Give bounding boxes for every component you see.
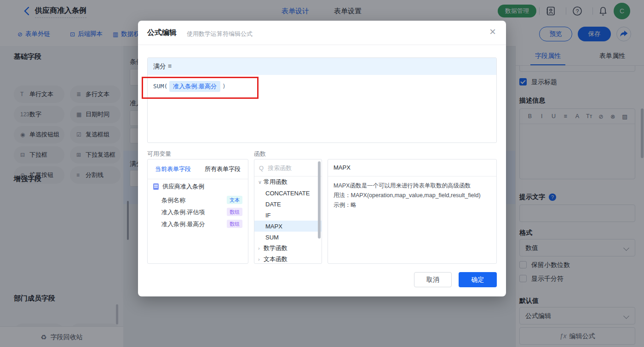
function-item[interactable]: DATE <box>254 199 322 210</box>
variable-row[interactable]: 准入条例.最高分 数组 <box>148 218 248 230</box>
variables-label: 可用变量 <box>147 150 171 158</box>
function-item-label: 数学函数 <box>264 244 288 252</box>
variable-row[interactable]: 准入条例.评估项 数组 <box>148 206 248 218</box>
form-node[interactable]: 供应商准入条例 <box>153 182 204 191</box>
functions-panel: Q 常用函数 CONCATENATE <box>254 159 322 264</box>
function-item[interactable]: IF <box>254 210 322 221</box>
formula-field-chip[interactable]: 准入条例.最高分 <box>169 81 220 92</box>
function-item[interactable]: SUM <box>254 232 322 243</box>
app-window: 供应商准入条例 表单设计 表单设置 数据管理 ? C ⊘ 表单外链 ⊡ 后端脚本 <box>0 0 644 347</box>
doc-line: 用法：MAPX(operation,map_value,map_field,re… <box>334 191 491 200</box>
confirm-button[interactable]: 确定 <box>459 272 497 287</box>
variable-label: 准入条例.最高分 <box>161 220 205 228</box>
doc-function-name: MAPX <box>328 159 496 176</box>
dialog-title: 公式编辑 <box>147 28 177 38</box>
function-doc-panel: MAPX MAPX函数是一个可以用来进行跨表单取数的高级函数用法：MAPX(op… <box>328 159 497 264</box>
function-list: 常用函数 CONCATENATE DATE IF <box>254 176 322 264</box>
function-item-label: IF <box>265 212 271 219</box>
function-item[interactable]: 数学函数 <box>254 243 322 254</box>
formula-target: 满分 = <box>148 58 496 75</box>
function-item-label: DATE <box>265 201 281 208</box>
formula-function: SUM( <box>153 83 167 90</box>
function-search[interactable]: Q <box>254 159 322 176</box>
function-item-label: 文本函数 <box>264 255 288 263</box>
formula-input-box[interactable]: 满分 = SUM(准入条例.最高分) <box>147 57 497 143</box>
tab-all-form-fields[interactable]: 所有表单字段 <box>205 159 241 179</box>
function-item[interactable]: 文本函数 <box>254 254 322 264</box>
variable-row[interactable]: 条例名称 文本 <box>148 194 248 206</box>
function-item-label: SUM <box>265 234 279 241</box>
variable-type-tag: 数组 <box>227 208 242 216</box>
dialog-subtitle: 使用数学运算符编辑公式 <box>187 30 253 38</box>
form-node-label: 供应商准入条例 <box>162 182 204 191</box>
caret-icon <box>258 245 264 251</box>
function-item-label: MAPX <box>265 223 282 230</box>
function-list-scrollbar[interactable] <box>318 161 321 239</box>
variable-label: 准入条例.评估项 <box>161 208 205 216</box>
doc-line: MAPX函数是一个可以用来进行跨表单取数的高级函数 <box>334 181 491 191</box>
form-icon <box>153 183 159 190</box>
cancel-button[interactable]: 取消 <box>414 272 452 287</box>
doc-body: MAPX函数是一个可以用来进行跨表单取数的高级函数用法：MAPX(operati… <box>328 176 496 215</box>
formula-editor-dialog: 公式编辑 使用数学运算符编辑公式 × 满分 = SUM(准入条例.最高分) 可用… <box>138 21 506 296</box>
tab-current-form-fields[interactable]: 当前表单字段 <box>155 159 191 179</box>
close-icon[interactable]: × <box>489 25 496 39</box>
doc-line: 示例：略 <box>334 200 491 210</box>
function-item-label: 常用函数 <box>264 178 288 186</box>
function-item[interactable]: 常用函数 <box>254 176 322 188</box>
variables-tabs: 当前表单字段 所有表单字段 <box>148 159 248 179</box>
variable-type-tag: 数组 <box>227 220 242 228</box>
functions-label: 函数 <box>254 150 266 158</box>
function-item[interactable]: MAPX <box>254 221 322 232</box>
variables-panel: 当前表单字段 所有表单字段 供应商准入条例 条例名称 文本 准入条例.评估项 数… <box>147 159 248 264</box>
caret-icon <box>258 256 264 262</box>
function-item-label: CONCATENATE <box>265 190 310 197</box>
caret-icon <box>258 179 264 185</box>
formula-expression[interactable]: SUM(准入条例.最高分) <box>148 75 496 98</box>
function-item[interactable]: CONCATENATE <box>254 188 322 199</box>
variable-label: 条例名称 <box>161 196 185 205</box>
variable-type-tag: 文本 <box>227 196 242 204</box>
divider <box>138 45 506 45</box>
formula-close-paren: ) <box>222 83 226 90</box>
search-icon: Q <box>259 165 264 171</box>
function-search-input[interactable] <box>267 164 313 172</box>
